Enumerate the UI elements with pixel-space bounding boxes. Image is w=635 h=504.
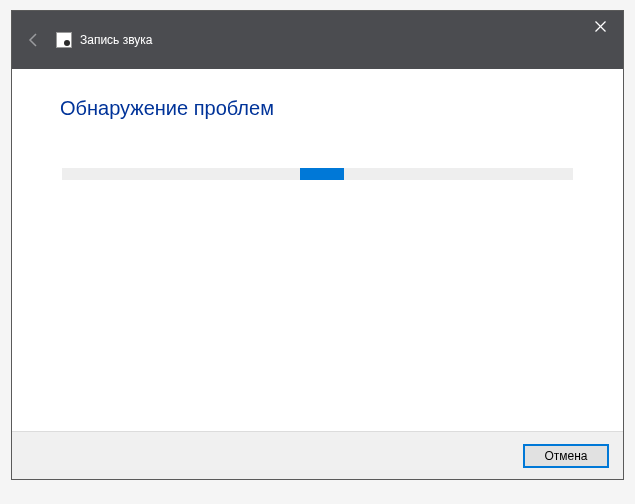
cancel-button[interactable]: Отмена [523, 444, 609, 468]
progress-bar [62, 168, 573, 180]
progress-indicator [300, 168, 344, 180]
back-arrow-icon [26, 32, 42, 48]
troubleshooter-window: Запись звука Обнаружение проблем Отмена [11, 10, 624, 480]
page-heading: Обнаружение проблем [60, 97, 575, 120]
sound-recording-icon [56, 32, 72, 48]
close-icon [595, 21, 606, 32]
close-button[interactable] [577, 11, 623, 41]
window-title: Запись звука [80, 33, 153, 47]
content-area: Обнаружение проблем [12, 69, 623, 431]
titlebar: Запись звука [12, 11, 623, 69]
footer: Отмена [12, 431, 623, 479]
